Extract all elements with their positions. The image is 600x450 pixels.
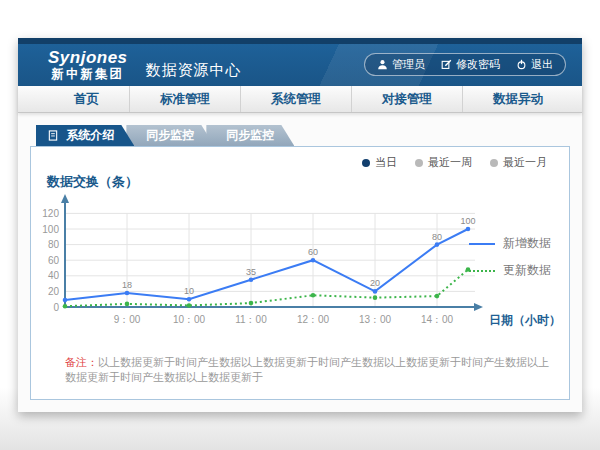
data-point [249,301,254,306]
data-point [466,227,471,232]
legend-label: 新增数据 [503,235,551,252]
data-point [187,297,192,302]
filter-label: 当日 [375,155,397,170]
filter-label: 最近一周 [428,155,472,170]
data-point [125,291,130,296]
x-tick-label: 12：00 [297,314,330,325]
nav-item-data-change[interactable]: 数据异动 [463,86,573,112]
data-point [435,294,440,299]
page-title: 数据资源中心 [146,61,242,80]
app-window: Synjones 新中新集团 数据资源中心 管理员 修改密码 [18,38,582,412]
y-tick-label: 120 [42,208,59,219]
y-axis-arrow-icon [61,194,69,203]
radio-unselected-icon [490,159,498,167]
data-point-label: 20 [370,278,380,288]
y-axis-title: 数据交换（条） [47,173,138,191]
data-point [373,289,378,294]
filter-option-today[interactable]: 当日 [362,155,397,170]
data-point-label: 10 [184,286,194,296]
admin-label: 管理员 [392,57,425,72]
x-tick-label: 11：00 [235,314,267,325]
app-header: Synjones 新中新集团 数据资源中心 管理员 修改密码 [18,44,582,86]
data-point-label: 100 [460,216,475,226]
y-tick-label: 0 [53,302,59,313]
data-point [249,277,254,282]
x-tick-label: 13：00 [359,314,392,325]
footnote: 备注：以上数据更新于时间产生数据以上数据更新于时间产生数据以上数据更新于时间产生… [65,355,553,386]
data-point [435,242,440,247]
nav-item-system-mgmt[interactable]: 系统管理 [241,86,352,112]
data-point [311,293,316,298]
chart-panel: 当日 最近一周 最近一月 数据交换（条） 0204060801001209：00… [30,146,570,400]
legend-item-update-data: 更新数据 [469,262,551,279]
data-point [63,304,68,309]
y-tick-label: 60 [48,255,60,266]
edit-icon [441,59,452,70]
company-logo: Synjones 新中新集团 [48,49,128,81]
data-point [373,295,378,300]
footnote-prefix: 备注： [65,356,98,368]
tab-sync-monitor-1[interactable]: 同步监控 [126,125,214,146]
y-tick-label: 20 [48,286,60,297]
power-icon [516,59,527,70]
dotted-line-icon [469,270,495,272]
filter-option-last-week[interactable]: 最近一周 [415,155,472,170]
nav-item-standard-mgmt[interactable]: 标准管理 [130,86,241,112]
tab-system-intro[interactable]: 系统介绍 [36,125,134,146]
data-point-label: 18 [122,280,132,290]
data-point-label: 35 [246,267,256,277]
logo-company-name: 新中新集团 [48,68,128,81]
data-point [63,298,68,303]
chart-legend: 新增数据 更新数据 [469,235,551,289]
y-tick-label: 40 [48,270,60,281]
tab-label: 同步监控 [226,128,274,142]
x-axis-title: 日期（小时） [489,313,561,327]
x-tick-label: 14：00 [421,314,454,325]
change-password-button[interactable]: 修改密码 [441,57,500,72]
data-point [187,303,192,308]
filter-label: 最近一月 [503,155,547,170]
document-icon [48,127,58,148]
user-toolbar: 管理员 修改密码 退出 [364,53,566,76]
tab-bar: 系统介绍 同步监控 同步监控 [36,125,582,146]
nav-item-home[interactable]: 首页 [44,86,130,112]
main-nav: 首页 标准管理 系统管理 对接管理 数据异动 [18,86,582,113]
tab-sync-monitor-2[interactable]: 同步监控 [206,125,294,146]
legend-item-new-data: 新增数据 [469,235,551,252]
nav-item-interface-mgmt[interactable]: 对接管理 [352,86,463,112]
x-tick-label: 10：00 [173,314,206,325]
logo-wordmark: Synjones [48,49,128,66]
admin-user-button[interactable]: 管理员 [377,57,425,72]
radio-unselected-icon [415,159,423,167]
tab-label: 同步监控 [146,128,194,142]
logout-label: 退出 [531,57,553,72]
logout-button[interactable]: 退出 [516,57,553,72]
y-tick-label: 80 [48,239,60,250]
footnote-text: 以上数据更新于时间产生数据以上数据更新于时间产生数据以上数据更新于时间产生数据以… [65,356,549,383]
tab-label: 系统介绍 [66,128,114,142]
radio-selected-icon [362,159,370,167]
filter-option-last-month[interactable]: 最近一月 [490,155,547,170]
x-tick-label: 9：00 [114,314,141,325]
legend-label: 更新数据 [503,262,551,279]
user-icon [377,59,388,70]
time-range-filter: 当日 最近一周 最近一月 [362,155,547,170]
data-point [311,258,316,263]
change-password-label: 修改密码 [456,57,500,72]
data-point-label: 80 [432,232,442,242]
y-tick-label: 100 [42,224,59,235]
data-point-label: 60 [308,247,318,257]
content-area: 系统介绍 同步监控 同步监控 当日 最近一周 [18,113,582,400]
data-point [125,302,130,307]
x-axis-arrow-icon [474,303,483,311]
solid-line-icon [469,243,495,245]
